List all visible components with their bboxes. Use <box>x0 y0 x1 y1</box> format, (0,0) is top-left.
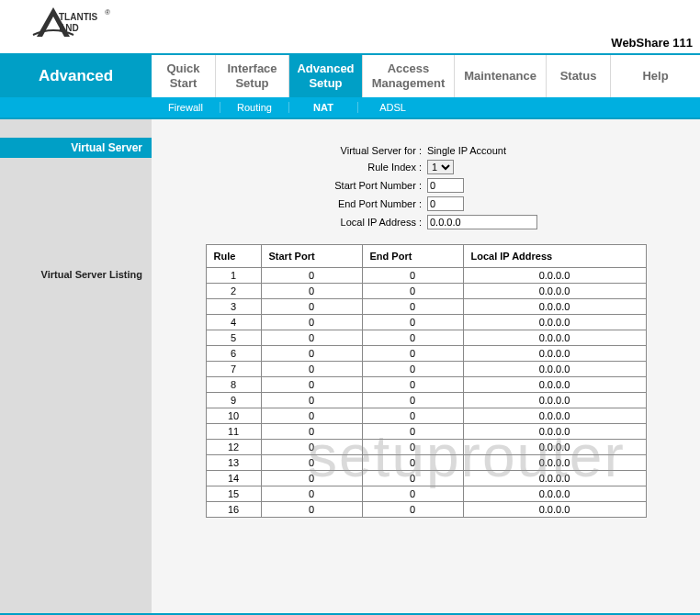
cell-start: 0 <box>261 284 362 299</box>
cell-start: 0 <box>261 471 362 486</box>
cell-rule: 14 <box>206 471 261 486</box>
table-row: 10000.0.0.0 <box>206 408 646 424</box>
cell-end: 0 <box>362 424 463 440</box>
svg-text:AND: AND <box>59 23 79 33</box>
cell-end: 0 <box>362 393 463 408</box>
cell-ip: 0.0.0.0 <box>463 393 646 408</box>
table-row: 15000.0.0.0 <box>206 486 646 502</box>
label-rule-index: Rule Index : <box>152 162 427 173</box>
cell-ip: 0.0.0.0 <box>463 502 646 518</box>
cell-start: 0 <box>261 268 362 284</box>
input-start-port[interactable] <box>427 178 464 193</box>
table-row: 3000.0.0.0 <box>206 299 646 315</box>
nav-access-management[interactable]: Access Management <box>363 55 455 97</box>
input-local-ip[interactable] <box>427 215 537 229</box>
table-row: 4000.0.0.0 <box>206 315 646 330</box>
label-local-ip: Local IP Address : <box>152 217 427 228</box>
cell-start: 0 <box>261 346 362 362</box>
main-panel: setuprouter Virtual Server for : Single … <box>152 119 700 613</box>
product-name: WebShare 111 <box>611 36 693 50</box>
virtual-server-table: Rule Start Port End Port Local IP Addres… <box>206 244 647 518</box>
cell-ip: 0.0.0.0 <box>463 330 646 346</box>
cell-ip: 0.0.0.0 <box>463 455 646 471</box>
cell-rule: 7 <box>206 362 261 377</box>
table-row: 11000.0.0.0 <box>206 424 646 440</box>
cell-ip: 0.0.0.0 <box>463 315 646 330</box>
cell-rule: 6 <box>206 346 261 362</box>
cell-start: 0 <box>261 315 362 330</box>
cell-end: 0 <box>362 330 463 346</box>
table-row: 13000.0.0.0 <box>206 455 646 471</box>
cell-end: 0 <box>362 502 463 518</box>
cell-start: 0 <box>261 502 362 518</box>
table-row: 14000.0.0.0 <box>206 471 646 486</box>
cell-end: 0 <box>362 377 463 393</box>
value-virtual-server-for: Single IP Account <box>427 145 506 156</box>
nav-status[interactable]: Status <box>547 55 611 97</box>
sidebar: Virtual Server Virtual Server Listing <box>0 119 152 613</box>
cell-ip: 0.0.0.0 <box>463 408 646 424</box>
cell-start: 0 <box>261 486 362 502</box>
table-row: 16000.0.0.0 <box>206 502 646 518</box>
brand-logo: TLANTIS AND ® <box>28 4 119 45</box>
cell-rule: 11 <box>206 424 261 440</box>
cell-ip: 0.0.0.0 <box>463 486 646 502</box>
cell-rule: 13 <box>206 455 261 471</box>
cell-ip: 0.0.0.0 <box>463 284 646 299</box>
subnav-routing[interactable]: Routing <box>220 102 289 113</box>
label-start-port: Start Port Number : <box>152 180 427 191</box>
cell-rule: 5 <box>206 330 261 346</box>
cell-ip: 0.0.0.0 <box>463 299 646 315</box>
cell-start: 0 <box>261 408 362 424</box>
cell-end: 0 <box>362 440 463 455</box>
cell-end: 0 <box>362 284 463 299</box>
nav-advanced-setup[interactable]: Advanced Setup <box>289 55 363 97</box>
cell-end: 0 <box>362 455 463 471</box>
subnav-firewall[interactable]: Firewall <box>152 102 220 113</box>
cell-ip: 0.0.0.0 <box>463 268 646 284</box>
nav-quick-start[interactable]: Quick Start <box>152 55 216 97</box>
cell-start: 0 <box>261 330 362 346</box>
cell-end: 0 <box>362 299 463 315</box>
cell-ip: 0.0.0.0 <box>463 424 646 440</box>
nav-maintenance[interactable]: Maintenance <box>455 55 547 97</box>
cell-ip: 0.0.0.0 <box>463 362 646 377</box>
cell-rule: 15 <box>206 486 261 502</box>
cell-start: 0 <box>261 393 362 408</box>
table-row: 8000.0.0.0 <box>206 377 646 393</box>
cell-end: 0 <box>362 346 463 362</box>
input-end-port[interactable] <box>427 196 464 211</box>
cell-start: 0 <box>261 362 362 377</box>
cell-rule: 8 <box>206 377 261 393</box>
cell-start: 0 <box>261 424 362 440</box>
table-row: 7000.0.0.0 <box>206 362 646 377</box>
sub-nav: Firewall Routing NAT ADSL <box>0 97 700 117</box>
cell-ip: 0.0.0.0 <box>463 377 646 393</box>
cell-rule: 3 <box>206 299 261 315</box>
cell-rule: 12 <box>206 440 261 455</box>
cell-start: 0 <box>261 377 362 393</box>
cell-end: 0 <box>362 408 463 424</box>
cell-ip: 0.0.0.0 <box>463 346 646 362</box>
cell-ip: 0.0.0.0 <box>463 471 646 486</box>
table-row: 12000.0.0.0 <box>206 440 646 455</box>
main-nav: Advanced Quick Start Interface Setup Adv… <box>0 55 700 97</box>
cell-rule: 10 <box>206 408 261 424</box>
table-row: 6000.0.0.0 <box>206 346 646 362</box>
cell-end: 0 <box>362 268 463 284</box>
table-row: 2000.0.0.0 <box>206 284 646 299</box>
nav-label-advanced: Advanced <box>0 55 152 97</box>
select-rule-index[interactable]: 1 <box>427 160 454 174</box>
subnav-nat[interactable]: NAT <box>289 102 358 113</box>
label-virtual-server-for: Virtual Server for : <box>152 145 427 156</box>
subnav-adsl[interactable]: ADSL <box>358 102 427 113</box>
nav-help[interactable]: Help <box>611 55 700 97</box>
th-local-ip: Local IP Address <box>463 245 646 268</box>
table-row: 5000.0.0.0 <box>206 330 646 346</box>
cell-rule: 16 <box>206 502 261 518</box>
cell-end: 0 <box>362 362 463 377</box>
cell-rule: 2 <box>206 284 261 299</box>
svg-text:TLANTIS: TLANTIS <box>59 12 98 22</box>
cell-end: 0 <box>362 471 463 486</box>
nav-interface-setup[interactable]: Interface Setup <box>216 55 289 97</box>
